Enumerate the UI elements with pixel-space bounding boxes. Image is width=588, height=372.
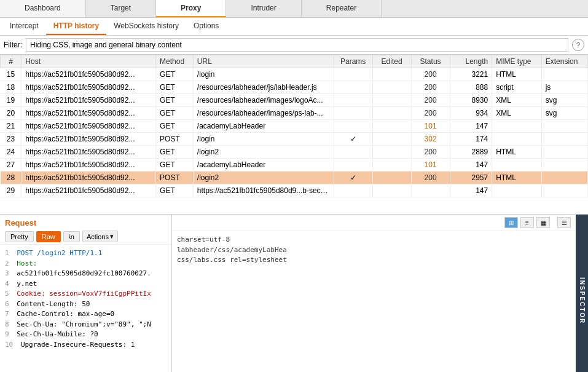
- cell-id: 20: [1, 107, 22, 120]
- cell-status: 101: [411, 120, 450, 133]
- inspector-label: INSPECTOR: [579, 277, 586, 324]
- cell-ext: [541, 146, 587, 159]
- col-header-status[interactable]: Status: [411, 55, 450, 68]
- newline-button[interactable]: \n: [63, 231, 80, 242]
- nav-repeater[interactable]: Repeater: [302, 0, 382, 17]
- nav-intruder[interactable]: Intruder: [226, 0, 301, 17]
- nav-dashboard[interactable]: Dashboard: [0, 0, 86, 17]
- inspector-sidebar: INSPECTOR: [576, 215, 588, 372]
- tab-websockets-history[interactable]: WebSockets history: [106, 18, 186, 35]
- cell-edited: [372, 172, 411, 184]
- tab-http-history[interactable]: HTTP history: [46, 18, 106, 35]
- request-line-3: 3 ac521fb01fc5905d80d92fc100760027.: [5, 269, 167, 279]
- table-row[interactable]: 15 https://ac521fb01fc5905d80d92... GET …: [1, 68, 588, 81]
- cell-id: 18: [1, 81, 22, 94]
- col-header-host[interactable]: Host: [22, 55, 156, 68]
- cell-host: https://ac521fb01fc5905d80d92...: [22, 94, 156, 107]
- col-header-url[interactable]: URL: [193, 55, 334, 68]
- table-row[interactable]: 21 https://ac521fb01fc5905d80d92... GET …: [1, 120, 588, 133]
- cell-params: ✓: [334, 172, 372, 184]
- nav-target[interactable]: Target: [86, 0, 156, 17]
- cell-edited: [372, 68, 411, 81]
- response-line-3: css/labs.css rel=stylesheet: [177, 255, 571, 266]
- cell-url: /academyLabHeader: [193, 120, 334, 133]
- col-header-params[interactable]: Params: [334, 55, 372, 68]
- table-row[interactable]: 23 https://ac521fb01fc5905d80d92... POST…: [1, 133, 588, 146]
- cell-id: 21: [1, 120, 22, 133]
- cell-host: https://ac521fb01fc5905d80d92...: [22, 107, 156, 120]
- actions-label: Actions: [87, 233, 109, 240]
- cell-method: GET: [156, 146, 194, 159]
- line-num-4: 4: [5, 280, 9, 288]
- cell-length: 147: [450, 120, 492, 133]
- cell-length: 147: [450, 184, 492, 197]
- cell-ext: [541, 68, 587, 81]
- cell-host: https://ac521fb01fc5905d80d92...: [22, 159, 156, 172]
- request-host-value2: y.net: [17, 280, 37, 288]
- table-row[interactable]: 19 https://ac521fb01fc5905d80d92... GET …: [1, 94, 588, 107]
- request-line-7: 7 Cache-Control: max-age=0: [5, 309, 167, 320]
- cell-method: GET: [156, 68, 194, 81]
- cell-status: 200: [411, 68, 450, 81]
- cell-mime: HTML: [492, 146, 542, 159]
- cell-ext: svg: [541, 94, 587, 107]
- cell-params: [334, 94, 372, 107]
- request-line-10: 10 Upgrade-Insecure-Requests: 1: [5, 340, 167, 350]
- filter-input[interactable]: [26, 38, 568, 52]
- line-num-10: 10: [5, 341, 13, 349]
- table-row[interactable]: 28 https://ac521fb01fc5905d80d92... POST…: [1, 172, 588, 184]
- col-header-ext[interactable]: Extension: [541, 55, 587, 68]
- table-row[interactable]: 27 https://ac521fb01fc5905d80d92... GET …: [1, 159, 588, 172]
- cell-mime: XML: [492, 107, 542, 120]
- bottom-pane: Request Pretty Raw \n Actions ▾ 1 POST /…: [0, 215, 588, 372]
- col-header-length[interactable]: Length: [450, 55, 492, 68]
- cell-url: /login: [193, 68, 334, 81]
- request-upgrade: Upgrade-Insecure-Requests: 1: [21, 341, 135, 349]
- response-content: charset=utf-8 labheader/css/academyLabHe…: [172, 231, 576, 372]
- cell-id: 29: [1, 184, 22, 197]
- cell-length: 934: [450, 107, 492, 120]
- cell-length: 3221: [450, 68, 492, 81]
- cell-method: GET: [156, 94, 194, 107]
- col-header-method[interactable]: Method: [156, 55, 194, 68]
- cell-url: /resources/labheader/images/logoAc...: [193, 94, 334, 107]
- pretty-button[interactable]: Pretty: [5, 231, 34, 242]
- cell-id: 15: [1, 68, 22, 81]
- cell-id: 28: [1, 172, 22, 184]
- tab-options[interactable]: Options: [186, 18, 226, 35]
- table-row[interactable]: 29 https://ac521fb01fc5905d80d92... GET …: [1, 184, 588, 197]
- view-compact-button[interactable]: ▦: [536, 217, 550, 228]
- cell-method: POST: [156, 133, 194, 146]
- actions-button[interactable]: Actions ▾: [82, 231, 118, 242]
- line-num-9: 9: [5, 330, 9, 338]
- cell-mime: [492, 159, 542, 172]
- line-num-3: 3: [5, 269, 9, 277]
- table-row[interactable]: 20 https://ac521fb01fc5905d80d92... GET …: [1, 107, 588, 120]
- table-row[interactable]: 18 https://ac521fb01fc5905d80d92... GET …: [1, 81, 588, 94]
- raw-button[interactable]: Raw: [36, 231, 61, 242]
- cell-mime: script: [492, 81, 542, 94]
- request-panel-title: Request: [0, 215, 171, 229]
- cell-host: https://ac521fb01fc5905d80d92...: [22, 120, 156, 133]
- cell-status: 200: [411, 172, 450, 184]
- col-header-mime[interactable]: MIME type: [492, 55, 542, 68]
- tab-intercept[interactable]: Intercept: [2, 18, 46, 35]
- cell-length: 147: [450, 159, 492, 172]
- http-history-table: # Host Method URL Params Edited Status L…: [0, 55, 588, 215]
- cell-url: /resources/labheader/images/ps-lab-...: [193, 107, 334, 120]
- cell-mime: HTML: [492, 172, 542, 184]
- line-num-6: 6: [5, 300, 9, 308]
- cell-method: GET: [156, 120, 194, 133]
- view-more-button[interactable]: ☰: [557, 217, 571, 228]
- table-row[interactable]: 24 https://ac521fb01fc5905d80d92... GET …: [1, 146, 588, 159]
- view-list-button[interactable]: ≡: [520, 217, 534, 228]
- response-line-2: labheader/css/academyLabHea: [177, 245, 571, 256]
- nav-proxy[interactable]: Proxy: [156, 0, 226, 17]
- view-split-button[interactable]: ⊞: [504, 217, 518, 228]
- cell-ext: [541, 120, 587, 133]
- cell-host: https://ac521fb01fc5905d80d92...: [22, 133, 156, 146]
- col-header-edited[interactable]: Edited: [372, 55, 411, 68]
- line-num-5: 5: [5, 290, 9, 298]
- filter-help-button[interactable]: ?: [572, 39, 584, 51]
- cell-length: 8930: [450, 94, 492, 107]
